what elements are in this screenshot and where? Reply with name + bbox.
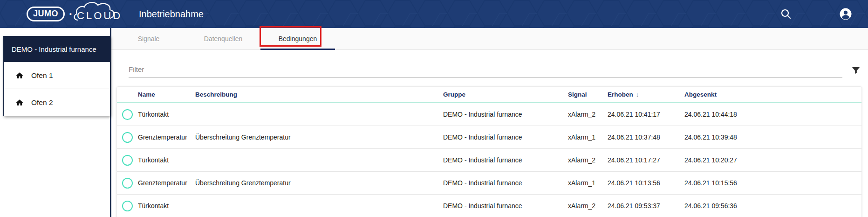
cell-signal: xAlarm_2: [568, 202, 608, 210]
cell-name: Grenztemperatur: [138, 133, 195, 141]
tab-bar: Signale Datenquellen Bedingungen: [111, 28, 868, 50]
circle-ring-icon: [122, 155, 133, 166]
circle-ring-icon: [122, 178, 133, 189]
table-row[interactable]: Türkontakt DEMO - Industrial furnance xA…: [117, 103, 861, 126]
cell-erhoben: 24.06.21 09:53:37: [608, 202, 684, 210]
table-header-row: Name Beschreibung Gruppe Signal Erhoben …: [117, 87, 861, 103]
col-header-signal[interactable]: Signal: [568, 91, 608, 98]
cell-signal: xAlarm_2: [568, 156, 608, 164]
filter-input[interactable]: [129, 61, 842, 77]
col-header-gruppe[interactable]: Gruppe: [443, 91, 568, 98]
circle-ring-icon: [122, 109, 133, 120]
cell-status: [117, 201, 138, 211]
conditions-table-card: Name Beschreibung Gruppe Signal Erhoben …: [116, 86, 862, 217]
sidebar-item-label: Ofen 2: [31, 98, 53, 107]
filter-row: [129, 61, 862, 77]
table-row[interactable]: Grenztemperatur Überschreitung Grenztemp…: [117, 126, 861, 148]
sort-desc-arrow-icon: ↓: [636, 91, 639, 98]
cell-signal: xAlarm_2: [568, 111, 608, 118]
cell-gruppe: DEMO - Industrial furnance: [443, 133, 568, 141]
cell-gruppe: DEMO - Industrial furnance: [443, 156, 568, 164]
cell-signal: xAlarm_1: [568, 133, 608, 141]
search-icon[interactable]: [779, 7, 793, 21]
circle-ring-icon: [122, 132, 133, 143]
jumo-cloud-logo[interactable]: JUMO · CLOUD: [27, 4, 122, 24]
logo-separator-dot: ·: [69, 8, 73, 20]
cell-abgesenkt: 24.06.21 09:56:36: [684, 202, 861, 210]
cell-abgesenkt: 24.06.21 10:39:48: [684, 133, 861, 141]
cell-erhoben: 24.06.21 10:13:56: [608, 179, 684, 187]
table-row[interactable]: Türkontakt DEMO - Industrial furnance xA…: [117, 194, 861, 217]
circle-ring-icon: [122, 201, 133, 211]
col-header-erhoben[interactable]: Erhoben ↓: [608, 91, 684, 98]
page-title: Inbetriebnahme: [139, 0, 204, 28]
cell-status: [117, 155, 138, 166]
account-circle-icon[interactable]: [839, 7, 852, 21]
home-icon: [15, 98, 24, 107]
tab-bedingungen[interactable]: Bedingungen: [260, 28, 335, 49]
cell-abgesenkt: 24.06.21 10:20:27: [684, 156, 861, 164]
cell-status: [117, 109, 138, 120]
tab-datenquellen[interactable]: Datenquellen: [186, 28, 260, 49]
sidebar-item-label: Ofen 1: [31, 71, 53, 80]
col-header-beschreibung[interactable]: Beschreibung: [195, 91, 443, 98]
cell-erhoben: 24.06.21 10:17:27: [608, 156, 684, 164]
cell-gruppe: DEMO - Industrial furnance: [443, 179, 568, 187]
cell-status: [117, 132, 138, 143]
cell-signal: xAlarm_1: [568, 179, 608, 187]
cell-gruppe: DEMO - Industrial furnance: [443, 202, 568, 210]
sidebar: DEMO - Industrial furnance Ofen 1 Ofen 2: [0, 28, 111, 217]
cell-beschreibung: Überschreitung Grenztemperatur: [195, 133, 443, 141]
jumo-logo-mark: JUMO: [27, 7, 65, 21]
cloud-outline-icon: [73, 0, 125, 22]
col-header-name[interactable]: Name: [138, 91, 195, 98]
app-header: JUMO · CLOUD Inbetriebnahme: [0, 0, 868, 28]
header-content: JUMO · CLOUD Inbetriebnahme: [0, 0, 868, 28]
col-header-abgesenkt[interactable]: Abgesenkt: [684, 91, 861, 98]
sidebar-item-ofen-2[interactable]: Ofen 2: [4, 89, 110, 116]
sidebar-item-ofen-1[interactable]: Ofen 1: [4, 62, 110, 89]
col-header-erhoben-label: Erhoben: [608, 91, 633, 98]
cell-abgesenkt: 24.06.21 10:44:18: [684, 111, 861, 118]
sidebar-project-header[interactable]: DEMO - Industrial furnance: [4, 36, 110, 62]
cell-erhoben: 24.06.21 10:41:17: [608, 111, 684, 118]
filter-button[interactable]: [842, 61, 862, 77]
cell-name: Grenztemperatur: [138, 179, 195, 187]
funnel-icon: [851, 65, 861, 76]
tab-signale[interactable]: Signale: [111, 28, 186, 49]
main-area: Signale Datenquellen Bedingungen Name Be…: [111, 28, 868, 217]
sidebar-nav-card: DEMO - Industrial furnance Ofen 1 Ofen 2: [3, 36, 110, 116]
cell-abgesenkt: 24.06.21 10:15:56: [684, 179, 861, 187]
table-body: Türkontakt DEMO - Industrial furnance xA…: [117, 103, 861, 217]
cell-status: [117, 178, 138, 189]
table-row[interactable]: Grenztemperatur Überschreitung Grenztemp…: [117, 171, 861, 194]
cloud-wordmark: CLOUD: [77, 7, 122, 21]
table-row[interactable]: Türkontakt DEMO - Industrial furnance xA…: [117, 148, 861, 171]
cell-name: Türkontakt: [138, 156, 195, 164]
cell-gruppe: DEMO - Industrial furnance: [443, 111, 568, 118]
cell-name: Türkontakt: [138, 111, 195, 118]
cell-beschreibung: Überschreitung Grenztemperatur: [195, 179, 443, 187]
cell-name: Türkontakt: [138, 202, 195, 210]
home-icon: [15, 71, 24, 80]
cell-erhoben: 24.06.21 10:37:48: [608, 133, 684, 141]
